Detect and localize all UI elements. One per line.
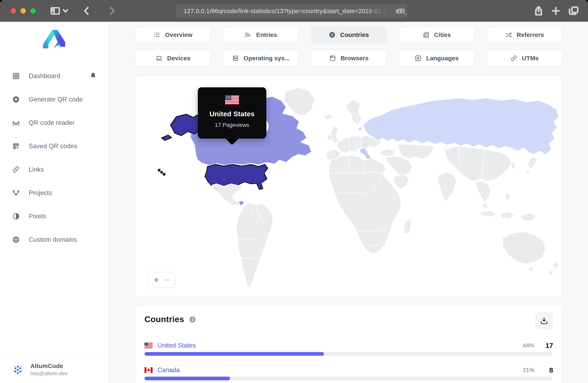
grid-icon	[12, 72, 20, 80]
avatar	[12, 363, 24, 376]
sidebar-item-pixels[interactable]: Pixels	[0, 205, 108, 228]
contrast-icon	[12, 212, 20, 221]
stat-type-tabs: Overview Entries Countries Cities Referr…	[135, 26, 563, 67]
tab-entries[interactable]: Entries	[223, 26, 299, 43]
sidebar-item-projects[interactable]: Projects	[0, 181, 108, 205]
new-tab-icon[interactable]	[551, 7, 560, 15]
map-hawaii	[158, 169, 165, 175]
sidebar-toggle-icon[interactable]	[50, 7, 60, 15]
traffic-lights	[11, 8, 36, 14]
sidebar-item-label: Dashboard	[29, 72, 89, 80]
download-button[interactable]	[535, 312, 553, 330]
sidebar-item-label: Saved QR codes	[29, 142, 97, 150]
tab-label: Overview	[165, 31, 192, 38]
country-count: 17	[534, 342, 553, 350]
countries-title: Countries	[145, 315, 184, 324]
globe-icon	[329, 31, 336, 38]
minimize-window-button[interactable]	[21, 8, 26, 14]
country-count: 8	[534, 366, 553, 374]
main-content: Overview Entries Countries Cities Referr…	[109, 22, 588, 383]
address-bar[interactable]: 127.0.0.1/66qrcode/link-statistics/13?ty…	[176, 4, 407, 18]
sidebar-item-saved-qr[interactable]: Saved QR codes	[0, 135, 108, 158]
map-greenland	[284, 87, 315, 116]
zoom-in-button[interactable]: +	[154, 276, 159, 284]
plus-circle-icon	[12, 95, 20, 103]
map-australia	[503, 231, 546, 264]
map-russia	[363, 98, 559, 154]
account-name: AltumCode	[30, 362, 67, 370]
map-south-america	[236, 202, 273, 287]
sidebar-item-label: Generate QR code	[29, 96, 97, 103]
sidebar-item-label: QR code reader	[29, 119, 97, 126]
qr-code-icon	[12, 142, 20, 150]
map-madagascar	[404, 219, 412, 235]
tab-overview[interactable]: Overview	[135, 26, 211, 43]
share-icon[interactable]	[534, 6, 543, 16]
sidebar: Dashboard Generate QR code QR code re	[0, 22, 109, 383]
building-icon	[423, 31, 430, 38]
chart-icon	[245, 31, 252, 38]
chevron-down-icon[interactable]	[63, 9, 68, 13]
tab-countries[interactable]: Countries	[311, 26, 387, 43]
map-china	[445, 146, 512, 181]
tab-label: UTMs	[522, 55, 539, 62]
translate-icon	[415, 55, 422, 62]
country-progress	[145, 352, 552, 356]
sidebar-item-generate-qr[interactable]: Generate QR code	[0, 88, 108, 111]
ca-flag-icon	[145, 367, 153, 373]
back-icon[interactable]	[83, 6, 89, 15]
laptop-icon	[155, 55, 163, 62]
country-progress-fill	[145, 352, 324, 356]
chain-icon	[510, 55, 517, 62]
tab-languages[interactable]: Languages	[399, 50, 475, 67]
country-progress-fill	[145, 377, 230, 380]
globe-icon	[12, 236, 20, 244]
tab-browsers[interactable]: Browsers	[311, 50, 387, 67]
map-alaska	[171, 114, 201, 136]
sidebar-nav: Dashboard Generate QR code QR code re	[0, 61, 108, 255]
tab-label: Languages	[426, 55, 459, 62]
tab-label: Countries	[340, 31, 369, 38]
account-section[interactable]: AltumCode hey@altum.dev	[0, 358, 108, 383]
tab-label: Cities	[434, 31, 451, 38]
countries-card: Countries	[135, 305, 563, 383]
reload-icon[interactable]	[395, 4, 404, 18]
tab-cities[interactable]: Cities	[399, 26, 475, 43]
forward-icon[interactable]	[109, 6, 115, 15]
country-row: United States 44% 17	[145, 341, 553, 350]
tab-utms[interactable]: UTMs	[487, 50, 563, 67]
tab-devices[interactable]: Devices	[135, 50, 211, 67]
tooltip-pageviews: 17 Pageviews	[215, 122, 249, 128]
tooltip-country: United States	[210, 110, 255, 118]
link-icon	[12, 165, 20, 174]
country-percent: 21%	[523, 367, 534, 373]
country-link[interactable]: Canada	[158, 366, 180, 374]
tab-operating-systems[interactable]: Operating sys...	[223, 50, 299, 67]
info-icon[interactable]	[189, 316, 196, 323]
sidebar-item-label: Custom domains	[29, 236, 97, 243]
sidebar-item-label: Pixels	[29, 213, 97, 220]
browser-icon	[329, 55, 336, 62]
sidebar-item-qr-reader[interactable]: QR code reader	[0, 111, 108, 135]
zoom-window-button[interactable]	[30, 8, 36, 14]
map-africa	[329, 155, 401, 254]
sidebar-item-label: Links	[29, 166, 97, 173]
zoom-out-button[interactable]: −	[165, 276, 170, 284]
glasses-icon	[12, 119, 20, 127]
list-icon	[153, 31, 160, 38]
bell-icon[interactable]	[89, 72, 97, 80]
sidebar-item-custom-domains[interactable]: Custom domains	[0, 228, 108, 251]
tab-label: Referrers	[517, 31, 544, 38]
sidebar-item-links[interactable]: Links	[0, 158, 108, 181]
browser-window: 127.0.0.1/66qrcode/link-statistics/13?ty…	[0, 0, 588, 383]
tab-referrers[interactable]: Referrers	[487, 26, 563, 43]
tabs-overview-icon[interactable]	[569, 6, 579, 15]
close-window-button[interactable]	[11, 8, 16, 14]
map-kaliningrad	[358, 126, 362, 131]
tab-label: Devices	[167, 55, 190, 62]
map-zoom-controls: + −	[148, 272, 176, 288]
map-tooltip: United States 17 Pageviews	[198, 87, 266, 139]
country-link[interactable]: United States	[158, 342, 196, 349]
country-row: Canada 21% 8	[145, 365, 553, 375]
sidebar-item-dashboard[interactable]: Dashboard	[0, 64, 108, 88]
